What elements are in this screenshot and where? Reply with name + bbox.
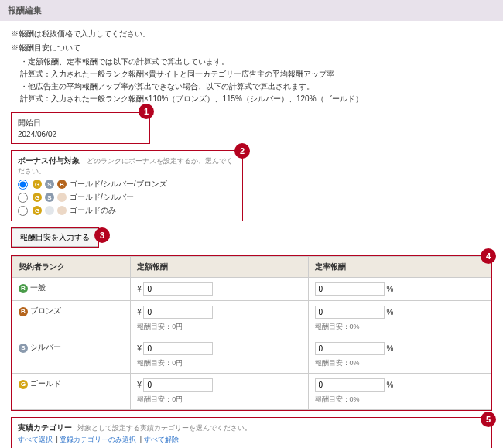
bonus-title: ボーナス付与対象: [18, 156, 80, 165]
bronze-icon-dim: [57, 206, 67, 215]
fixed-input[interactable]: [143, 306, 213, 319]
rank-icon: S: [19, 344, 28, 353]
silver-icon: S: [45, 180, 54, 189]
start-date-value: 2024/06/02: [18, 130, 143, 139]
badge-5: 5: [481, 412, 496, 427]
rank-cell: S シルバー: [12, 337, 131, 374]
note-line: ※報酬は税抜価格で入力してください。: [11, 29, 492, 39]
note-line: ※報酬目安について: [11, 43, 492, 53]
table-row: G ゴールド¥ 報酬目安：0円%報酬目安：0%: [12, 374, 491, 410]
table-row: R 一般¥ %: [12, 278, 491, 301]
select-registered-link[interactable]: 登録カテゴリーのみ選択: [60, 436, 136, 443]
col-rate: 定率報酬: [308, 257, 491, 278]
gold-icon: G: [33, 193, 42, 202]
rank-cell: G ゴールド: [12, 374, 131, 410]
rate-estimate: 報酬目安：0%: [315, 358, 485, 368]
bonus-radio-gsb[interactable]: [18, 180, 28, 190]
bonus-option-label: ゴールドのみ: [70, 205, 116, 216]
rank-label: 一般: [30, 283, 46, 292]
rank-label: ゴールド: [30, 379, 61, 388]
bonus-radio-gs[interactable]: [18, 193, 28, 203]
silver-icon-dim: [45, 206, 54, 215]
fixed-cell: ¥ 報酬目安：0円: [131, 337, 308, 374]
rate-cell: %: [308, 278, 491, 301]
category-section: 5 実績カテゴリー 対象として設定する実績カテゴリーを選んでください。 すべて選…: [11, 417, 492, 448]
currency-prefix: ¥: [137, 344, 142, 353]
bonus-target-section: 2 ボーナス付与対象 どのランクにボーナスを設定するか、選んでください。 G S…: [11, 150, 243, 221]
rank-icon: G: [19, 380, 28, 389]
rank-cell: R 一般: [12, 278, 131, 301]
deselect-all-link[interactable]: すべて解除: [144, 436, 179, 443]
start-date-label: 開始日: [18, 118, 143, 128]
fixed-input[interactable]: [143, 282, 213, 296]
fixed-estimate: 報酬目安：0円: [137, 322, 301, 332]
bonus-radio-g[interactable]: [18, 206, 28, 216]
fixed-cell: ¥ 報酬目安：0円: [131, 374, 308, 410]
silver-icon: S: [45, 193, 54, 202]
reward-table: 契約者ランク 定額報酬 定率報酬 R 一般¥ %B ブロンズ¥ 報酬目安：0円%…: [12, 256, 491, 410]
rate-input[interactable]: [315, 282, 385, 296]
percent-unit: %: [387, 381, 394, 389]
fixed-input[interactable]: [143, 342, 213, 355]
rate-input[interactable]: [315, 306, 385, 319]
input-estimate-wrap: 報酬目安を入力する: [11, 227, 99, 248]
currency-prefix: ¥: [137, 285, 142, 293]
note-bullet: 計算式：入力された一般ランク報酬×貴サイトと同一カテゴリー広告主の平均報酬アップ…: [20, 69, 492, 80]
currency-prefix: ¥: [137, 381, 142, 389]
select-all-link[interactable]: すべて選択: [18, 436, 53, 443]
rate-input[interactable]: [315, 342, 385, 355]
page-title: 報酬編集: [8, 5, 42, 15]
badge-2: 2: [234, 143, 250, 159]
rank-cell: B ブロンズ: [12, 301, 131, 337]
percent-unit: %: [387, 285, 394, 293]
fixed-cell: ¥ 報酬目安：0円: [131, 301, 308, 337]
col-rank: 契約者ランク: [12, 257, 131, 278]
badge-3: 3: [94, 227, 110, 243]
fixed-cell: ¥: [131, 278, 308, 301]
category-links: すべて選択 | 登録カテゴリーのみ選択 | すべて解除: [18, 435, 485, 445]
note-bullet: ・他広告主の平均報酬アップ率が算出できない場合、以下の計算式で算出されます。: [20, 81, 492, 92]
bonus-option-label: ゴールド/シルバー: [70, 192, 134, 203]
gold-icon: G: [33, 180, 42, 189]
fixed-estimate: 報酬目安：0円: [137, 358, 301, 368]
badge-4: 4: [481, 248, 496, 264]
bonus-option-row[interactable]: G S ゴールド/シルバー: [18, 192, 236, 203]
bonus-option-label: ゴールド/シルバー/ブロンズ: [70, 179, 167, 190]
content-area: ※報酬は税抜価格で入力してください。 ※報酬目安について ・定額報酬、定率報酬で…: [0, 21, 503, 448]
rank-icon: R: [19, 284, 28, 293]
input-estimate-button[interactable]: 報酬目安を入力する: [12, 228, 98, 247]
rank-label: ブロンズ: [30, 306, 61, 315]
percent-unit: %: [387, 344, 394, 353]
rate-cell: %報酬目安：0%: [308, 374, 491, 410]
percent-unit: %: [387, 308, 394, 316]
bonus-option-row[interactable]: G S B ゴールド/シルバー/ブロンズ: [18, 179, 236, 190]
category-title: 実績カテゴリー: [18, 423, 72, 432]
rank-icon: B: [19, 307, 28, 316]
bonus-option-row[interactable]: G ゴールドのみ: [18, 205, 236, 216]
fixed-estimate: 報酬目安：0円: [137, 395, 301, 405]
reward-table-section: 4 契約者ランク 定額報酬 定率報酬 R 一般¥ %B ブロンズ¥ 報酬目安：0…: [11, 255, 492, 411]
note-bullet: 計算式：入力された一般ランク報酬×110%（ブロンズ）、115%（シルバー）、1…: [20, 94, 492, 104]
category-hint: 対象として設定する実績カテゴリーを選んでください。: [77, 424, 252, 432]
rate-estimate: 報酬目安：0%: [315, 322, 485, 332]
table-row: B ブロンズ¥ 報酬目安：0円%報酬目安：0%: [12, 301, 491, 337]
intro-notes: ※報酬は税抜価格で入力してください。 ※報酬目安について ・定額報酬、定率報酬で…: [11, 29, 492, 104]
badge-1: 1: [139, 104, 154, 119]
rate-input[interactable]: [315, 378, 385, 392]
fixed-input[interactable]: [143, 378, 213, 392]
col-fixed: 定額報酬: [131, 257, 308, 278]
bronze-icon: B: [57, 180, 67, 189]
table-row: S シルバー¥ 報酬目安：0円%報酬目安：0%: [12, 337, 491, 374]
rank-label: シルバー: [30, 343, 61, 351]
page-header: 報酬編集: [0, 0, 503, 21]
note-bullet: ・定額報酬、定率報酬では以下の計算式で算出しています。: [20, 56, 492, 67]
rate-cell: %報酬目安：0%: [308, 337, 491, 374]
gold-icon: G: [33, 206, 42, 215]
rate-cell: %報酬目安：0%: [308, 301, 491, 337]
rate-estimate: 報酬目安：0%: [315, 395, 485, 405]
start-date-section: 1 開始日 2024/06/02: [11, 112, 150, 144]
bronze-icon-dim: [57, 193, 67, 202]
currency-prefix: ¥: [137, 308, 142, 316]
